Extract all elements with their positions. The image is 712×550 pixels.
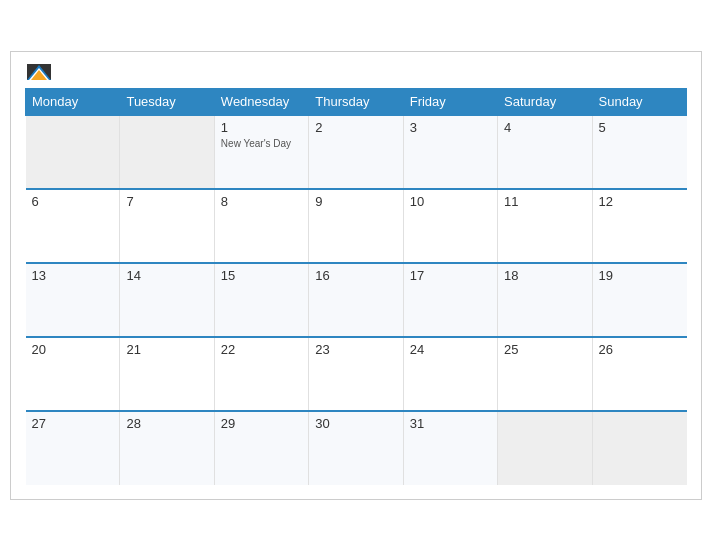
- calendar-cell: 20: [26, 337, 120, 411]
- day-number: 25: [504, 342, 585, 357]
- calendar-cell: 22: [214, 337, 308, 411]
- weekday-header-thursday: Thursday: [309, 88, 403, 115]
- day-number: 24: [410, 342, 491, 357]
- calendar-cell: 28: [120, 411, 214, 485]
- calendar-cell: 12: [592, 189, 686, 263]
- calendar-header: [25, 64, 687, 80]
- calendar-cell: 23: [309, 337, 403, 411]
- calendar-cell: 24: [403, 337, 497, 411]
- weekday-header-tuesday: Tuesday: [120, 88, 214, 115]
- calendar-cell: 29: [214, 411, 308, 485]
- calendar-cell: 1New Year's Day: [214, 115, 308, 189]
- calendar-week-row: 1New Year's Day2345: [26, 115, 687, 189]
- calendar-cell: 9: [309, 189, 403, 263]
- day-number: 22: [221, 342, 302, 357]
- calendar-cell: 19: [592, 263, 686, 337]
- day-number: 16: [315, 268, 396, 283]
- day-number: 4: [504, 120, 585, 135]
- day-number: 19: [599, 268, 681, 283]
- day-number: 23: [315, 342, 396, 357]
- weekday-header-saturday: Saturday: [498, 88, 592, 115]
- calendar-cell: 17: [403, 263, 497, 337]
- calendar-cell: 26: [592, 337, 686, 411]
- calendar-cell: 31: [403, 411, 497, 485]
- day-number: 15: [221, 268, 302, 283]
- day-number: 7: [126, 194, 207, 209]
- weekday-header-wednesday: Wednesday: [214, 88, 308, 115]
- day-number: 30: [315, 416, 396, 431]
- calendar-cell: 13: [26, 263, 120, 337]
- day-number: 18: [504, 268, 585, 283]
- day-number: 14: [126, 268, 207, 283]
- calendar-cell: 11: [498, 189, 592, 263]
- calendar-table: MondayTuesdayWednesdayThursdayFridaySatu…: [25, 88, 687, 485]
- calendar-cell: 25: [498, 337, 592, 411]
- calendar-cell: [592, 411, 686, 485]
- calendar-week-row: 20212223242526: [26, 337, 687, 411]
- day-number: 8: [221, 194, 302, 209]
- day-number: 13: [32, 268, 114, 283]
- calendar-cell: 6: [26, 189, 120, 263]
- calendar-week-row: 2728293031: [26, 411, 687, 485]
- calendar-cell: 30: [309, 411, 403, 485]
- day-number: 3: [410, 120, 491, 135]
- calendar-cell: 2: [309, 115, 403, 189]
- calendar-week-row: 13141516171819: [26, 263, 687, 337]
- day-number: 27: [32, 416, 114, 431]
- logo: [25, 64, 51, 80]
- day-number: 17: [410, 268, 491, 283]
- calendar-cell: 8: [214, 189, 308, 263]
- calendar-week-row: 6789101112: [26, 189, 687, 263]
- day-number: 20: [32, 342, 114, 357]
- day-number: 10: [410, 194, 491, 209]
- day-number: 11: [504, 194, 585, 209]
- calendar-cell: 7: [120, 189, 214, 263]
- calendar-cell: 10: [403, 189, 497, 263]
- day-number: 29: [221, 416, 302, 431]
- day-number: 9: [315, 194, 396, 209]
- calendar-cell: [26, 115, 120, 189]
- weekday-header-friday: Friday: [403, 88, 497, 115]
- calendar-wrapper: MondayTuesdayWednesdayThursdayFridaySatu…: [10, 51, 702, 500]
- calendar-cell: 21: [120, 337, 214, 411]
- day-number: 1: [221, 120, 302, 135]
- weekday-header-monday: Monday: [26, 88, 120, 115]
- weekday-header-sunday: Sunday: [592, 88, 686, 115]
- weekday-header-row: MondayTuesdayWednesdayThursdayFridaySatu…: [26, 88, 687, 115]
- day-number: 12: [599, 194, 681, 209]
- calendar-cell: 16: [309, 263, 403, 337]
- calendar-cell: 3: [403, 115, 497, 189]
- calendar-cell: 14: [120, 263, 214, 337]
- day-number: 2: [315, 120, 396, 135]
- calendar-cell: [120, 115, 214, 189]
- day-number: 26: [599, 342, 681, 357]
- day-number: 6: [32, 194, 114, 209]
- day-number: 28: [126, 416, 207, 431]
- calendar-cell: 27: [26, 411, 120, 485]
- calendar-cell: 18: [498, 263, 592, 337]
- day-number: 5: [599, 120, 681, 135]
- calendar-cell: [498, 411, 592, 485]
- day-number: 21: [126, 342, 207, 357]
- holiday-label: New Year's Day: [221, 137, 302, 150]
- calendar-cell: 15: [214, 263, 308, 337]
- calendar-cell: 5: [592, 115, 686, 189]
- calendar-cell: 4: [498, 115, 592, 189]
- logo-flag-icon: [27, 64, 51, 80]
- day-number: 31: [410, 416, 491, 431]
